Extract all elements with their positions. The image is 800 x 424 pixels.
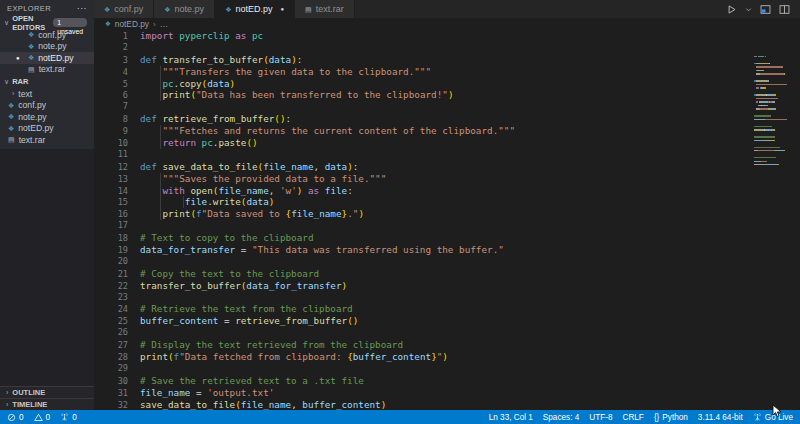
file-notED.py[interactable]: ❖notED.py: [0, 123, 94, 135]
python-file-icon: ❖: [28, 43, 34, 50]
tab-conf.py[interactable]: ❖conf.py: [94, 0, 154, 18]
token: =: [235, 244, 252, 255]
line-number: 8: [94, 114, 128, 126]
code-text[interactable]: print(f"Data fetched from clipboard: {bu…: [128, 351, 750, 363]
code-text[interactable]: # Save the retrieved text to a .txt file: [128, 375, 750, 387]
token: pc: [162, 78, 173, 89]
python-interpreter[interactable]: 3.11.4 64-bit: [698, 413, 743, 422]
warnings-count[interactable]: 0: [34, 413, 51, 422]
breadcrumb[interactable]: ❖ notED.py › …: [94, 18, 800, 30]
tab-notED.py[interactable]: ❖notED.py●: [215, 0, 295, 18]
folder-section-header[interactable]: ∨ RAR: [0, 75, 94, 88]
tab-note.py[interactable]: ❖note.py: [154, 0, 215, 18]
code-line: 11: [94, 149, 750, 161]
code-text[interactable]: file.write(data): [128, 196, 750, 208]
minimap-line: [754, 59, 787, 60]
file-conf.py[interactable]: ❖conf.py: [0, 100, 94, 112]
code-text[interactable]: def save_data_to_file(file_name, data):: [128, 161, 750, 173]
code-line: 8def retrieve_from_buffer():: [94, 113, 750, 125]
ports-count[interactable]: 0: [60, 412, 77, 422]
folder-text[interactable]: ›text: [0, 88, 94, 100]
run-python-file-button[interactable]: [726, 4, 737, 15]
code-text[interactable]: with open(file_name, 'w') as file:: [128, 185, 750, 197]
code-text[interactable]: """Saves the provided data to a file.""": [128, 173, 750, 185]
code-text[interactable]: pc.copy(data): [128, 78, 750, 90]
token: buffer_content: [353, 351, 431, 362]
editor-actions: [726, 0, 800, 18]
code-text[interactable]: save_data_to_file(file_name, buffer_cont…: [128, 399, 750, 410]
token: data_for_transfer: [246, 280, 341, 291]
code-line: 3def transfer_to_buffer(data):: [94, 54, 750, 66]
code-text[interactable]: def retrieve_from_buffer():: [128, 113, 750, 125]
code-text[interactable]: import pyperclip as pc: [128, 30, 750, 42]
token: ,: [314, 161, 325, 172]
open-editors-section-header[interactable]: ∨ OPEN EDITORS 1 unsaved: [0, 16, 94, 29]
breadcrumb-symbol[interactable]: …: [160, 19, 168, 29]
code-text[interactable]: return pc.paste(): [128, 137, 750, 149]
open-editor-conf.py[interactable]: ❖conf.py: [0, 29, 94, 41]
minimap-line: [754, 122, 787, 123]
code-text[interactable]: data_for_transfer = "This data was trans…: [128, 244, 750, 256]
minimap-line: [754, 157, 787, 158]
errors-count[interactable]: 0: [7, 413, 24, 422]
status-label: UTF-8: [589, 413, 612, 422]
go-live[interactable]: Go Live: [753, 412, 793, 422]
code-text[interactable]: buffer_content = retrieve_from_buffer(): [128, 315, 750, 327]
open-editor-notED.py[interactable]: ●❖notED.py: [0, 52, 94, 64]
indent-guide: [160, 208, 161, 220]
outline-panel-header[interactable]: › OUTLINE: [0, 386, 94, 398]
code-text[interactable]: """Fetches and returns the current conte…: [128, 125, 750, 137]
token: [140, 173, 162, 184]
code-line: 10 return pc.paste(): [94, 137, 750, 149]
tabs-container: ❖conf.py❖note.py❖notED.py●▤text.rar: [94, 0, 355, 18]
open-editor-note.py[interactable]: ❖note.py: [0, 41, 94, 53]
chevron-right-icon: ›: [6, 389, 8, 396]
token: ,: [269, 185, 280, 196]
code-text[interactable]: file_name = 'output.txt': [128, 387, 750, 399]
minimap[interactable]: [754, 56, 787, 168]
encoding[interactable]: UTF-8: [589, 413, 612, 422]
editor-layout-button[interactable]: [760, 4, 771, 15]
python-file-icon: ❖: [105, 20, 111, 28]
open-editor-text.rar[interactable]: ▤text.rar: [0, 64, 94, 76]
code-text[interactable]: print("Data has been transferred to the …: [128, 89, 750, 101]
file-note.py[interactable]: ❖note.py: [0, 111, 94, 123]
tab-bar: ❖conf.py❖note.py❖notED.py●▤text.rar: [94, 0, 800, 18]
archive-file-icon: ▤: [305, 6, 312, 13]
token: "Data has been transferred to the clipbo…: [196, 89, 448, 100]
minimap-line: [754, 143, 787, 144]
line-number: 31: [94, 388, 128, 400]
file-text.rar[interactable]: ▤text.rar: [0, 134, 94, 146]
run-options-dropdown[interactable]: [745, 6, 752, 13]
indentation[interactable]: Spaces: 4: [543, 413, 579, 422]
status-label: Spaces: 4: [543, 413, 579, 422]
code-text[interactable]: # Display the text retrieved from the cl…: [128, 339, 750, 351]
split-editor-button[interactable]: [779, 4, 790, 15]
code-text[interactable]: def transfer_to_buffer(data):: [128, 54, 750, 66]
tab-label: note.py: [175, 4, 205, 14]
code-lines[interactable]: 1import pyperclip as pc23def transfer_to…: [94, 30, 750, 410]
code-text[interactable]: print(f"Data saved to {file_name}."): [128, 208, 750, 220]
code-editor[interactable]: 1import pyperclip as pc23def transfer_to…: [94, 30, 800, 410]
cursor-position[interactable]: Ln 33, Col 1: [489, 413, 533, 422]
eol-sequence[interactable]: CRLF: [622, 413, 643, 422]
language-mode[interactable]: {}Python: [654, 413, 688, 422]
code-text[interactable]: # Retrieve the text from the clipboard: [128, 303, 750, 315]
explorer-title: EXPLORER: [7, 4, 51, 13]
more-actions-icon[interactable]: ···: [77, 5, 87, 11]
archive-file-icon: ▤: [28, 66, 35, 73]
tab-text.rar[interactable]: ▤text.rar: [295, 0, 355, 18]
code-text[interactable]: # Copy the text to the clipboard: [128, 268, 750, 280]
code-text[interactable]: # Text to copy to the clipboard: [128, 232, 750, 244]
timeline-panel-header[interactable]: › TIMELINE: [0, 398, 94, 410]
tower-icon: [60, 412, 69, 422]
line-number: 21: [94, 269, 128, 281]
code-line: 24# Retrieve the text from the clipboard: [94, 303, 750, 315]
code-text[interactable]: """Transfers the given data to the clipb…: [128, 66, 750, 78]
token: ,: [291, 399, 302, 410]
code-text[interactable]: transfer_to_buffer(data_for_transfer): [128, 280, 750, 292]
token: as: [235, 30, 246, 41]
breadcrumb-file[interactable]: notED.py: [115, 19, 149, 29]
code-line: 2: [94, 42, 750, 54]
token: # Text to copy to the clipboard: [140, 232, 314, 243]
